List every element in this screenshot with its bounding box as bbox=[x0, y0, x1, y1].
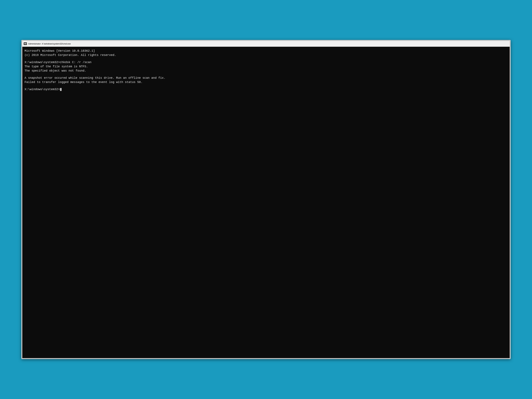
terminal-body[interactable]: Microsoft Windows [Version 10.0.18362.1]… bbox=[22, 47, 510, 358]
line-command: X:\windows\system32>chkdsk C: /r /scan bbox=[25, 60, 507, 64]
line-version: Microsoft Windows [Version 10.0.18362.1] bbox=[25, 49, 507, 53]
line-snapshot: A snapshot error occured while scanning … bbox=[25, 76, 507, 80]
line-copyright: (c) 2019 Microsoft Corporation. All righ… bbox=[25, 53, 507, 57]
cursor-blink bbox=[60, 88, 62, 91]
monitor-frame: Administrator: X:\windows\system32\cmd.e… bbox=[21, 40, 511, 359]
line-notfound: The specified object was not found. bbox=[25, 69, 507, 73]
line-prompt: X:\windows\system32> bbox=[25, 87, 507, 91]
cmd-icon bbox=[24, 42, 27, 45]
spacer2 bbox=[25, 73, 507, 76]
line-fs: The type of the file system is NTFS. bbox=[25, 64, 507, 69]
spacer3 bbox=[25, 84, 507, 87]
line-failed: Failed to transfer logged messages to th… bbox=[25, 80, 507, 84]
title-bar: Administrator: X:\windows\system32\cmd.e… bbox=[22, 41, 510, 47]
spacer1 bbox=[25, 57, 507, 60]
window-title: Administrator: X:\windows\system32\cmd.e… bbox=[28, 43, 71, 45]
